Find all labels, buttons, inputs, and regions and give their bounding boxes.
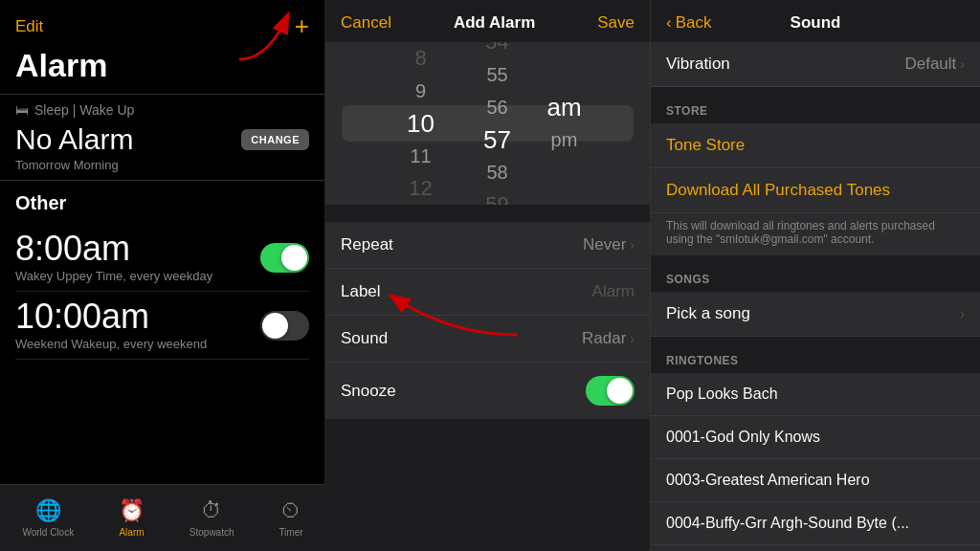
alarm-icon: ⏰ bbox=[119, 498, 145, 523]
songs-section-header: SONGS bbox=[651, 255, 980, 292]
hour-12[interactable]: 12 bbox=[383, 173, 459, 204]
ringtone-buffy[interactable]: 0004-Buffy-Grr Argh-Sound Byte (... bbox=[651, 502, 980, 545]
sound-value: Radar › bbox=[582, 329, 635, 348]
add-alarm-nav: Cancel Add Alarm Save bbox=[325, 0, 650, 42]
min-58[interactable]: 58 bbox=[459, 157, 536, 187]
tab-stopwatch-label: Stopwatch bbox=[189, 527, 234, 538]
hour-10[interactable]: 10 bbox=[383, 108, 459, 139]
download-all-link[interactable]: Download All Purchased Tones bbox=[651, 168, 980, 213]
bed-icon: 🛏 bbox=[15, 102, 29, 118]
no-alarm-text: No Alarm bbox=[15, 123, 133, 156]
min-55[interactable]: 55 bbox=[459, 59, 536, 90]
sound-panel: ‹ Back Sound Vibration Default › STORE T… bbox=[651, 0, 980, 551]
ringtone-better-than-neil[interactable]: 0006-Better (Than Neil) bbox=[651, 545, 980, 551]
alarm-toggle-1[interactable] bbox=[260, 243, 309, 273]
pick-song-label: Pick a song bbox=[666, 304, 750, 323]
sleep-label: 🛏 Sleep | Wake Up bbox=[15, 102, 309, 118]
min-59[interactable]: 59 bbox=[459, 189, 536, 205]
hours-picker[interactable]: 8 9 10 11 12 bbox=[383, 43, 459, 204]
ringtones-section-header: RINGTONES bbox=[651, 337, 980, 373]
repeat-option[interactable]: Repeat Never › bbox=[325, 222, 650, 269]
vibration-row[interactable]: Vibration Default › bbox=[651, 42, 980, 87]
stopwatch-icon: ⏱ bbox=[201, 498, 222, 523]
hour-8[interactable]: 8 bbox=[383, 43, 459, 74]
hour-11[interactable]: 11 bbox=[383, 141, 459, 171]
min-54[interactable]: 54 bbox=[459, 42, 536, 57]
page-title: Alarm bbox=[0, 45, 324, 94]
snooze-option[interactable]: Snooze bbox=[325, 363, 650, 419]
sound-chevron-icon: › bbox=[630, 331, 635, 346]
pick-song-chevron: › bbox=[960, 306, 965, 321]
tomorrow-morning: Tomorrow Morning bbox=[15, 158, 309, 172]
repeat-value: Never › bbox=[583, 235, 635, 254]
chevron-left-icon: ‹ bbox=[666, 13, 672, 33]
vibration-value: Default › bbox=[904, 55, 965, 74]
snooze-toggle[interactable] bbox=[586, 376, 635, 406]
save-button[interactable]: Save bbox=[597, 13, 635, 33]
pick-song-row[interactable]: Pick a song › bbox=[651, 292, 980, 337]
back-button[interactable]: ‹ Back bbox=[666, 13, 711, 33]
tab-bar: 🌐 World Clock ⏰ Alarm ⏱ Stopwatch ⏲ Time… bbox=[0, 484, 325, 551]
options-list: Repeat Never › Label Alarm Sound Radar ›… bbox=[325, 214, 650, 551]
ringtone-god-only-knows[interactable]: 0001-God Only Knows bbox=[651, 416, 980, 459]
sound-title: Sound bbox=[791, 13, 841, 33]
add-alarm-button[interactable]: + bbox=[295, 11, 309, 41]
toggle-thumb-1 bbox=[281, 245, 307, 271]
other-section: Other 8:00am Wakey Uppey Time, every wee… bbox=[0, 181, 324, 360]
tab-timer[interactable]: ⏲ Timer bbox=[278, 498, 302, 538]
other-label: Other bbox=[15, 192, 309, 214]
vibration-chevron-icon: › bbox=[960, 56, 965, 72]
store-section: STORE Tone Store Download All Purchased … bbox=[651, 87, 980, 255]
ringtones-section: RINGTONES Pop Looks Bach 0001-God Only K… bbox=[651, 337, 980, 551]
tab-alarm-label: Alarm bbox=[119, 527, 144, 538]
tab-alarm[interactable]: ⏰ Alarm bbox=[119, 498, 145, 538]
world-clock-icon: 🌐 bbox=[35, 498, 61, 523]
label-option[interactable]: Label Alarm bbox=[325, 269, 650, 316]
tab-timer-label: Timer bbox=[278, 527, 302, 538]
sound-label: Sound bbox=[341, 329, 388, 348]
pick-song-chevron-icon: › bbox=[960, 306, 965, 321]
minutes-picker[interactable]: 54 55 56 57 58 59 bbox=[459, 42, 536, 205]
chevron-icon: › bbox=[630, 237, 635, 253]
ringtone-greatest-american-hero[interactable]: 0003-Greatest American Hero bbox=[651, 459, 980, 502]
no-alarm-row: No Alarm CHANGE bbox=[15, 123, 309, 156]
timer-icon: ⏲ bbox=[280, 498, 301, 523]
label-label: Label bbox=[341, 282, 381, 301]
time-picker[interactable]: 8 9 10 11 12 54 55 56 57 58 59 am pm bbox=[325, 42, 650, 205]
alarm-panel: Edit + Alarm 🛏 Sleep | Wake Up No Alarm … bbox=[0, 0, 325, 551]
ringtone-pop-looks-bach[interactable]: Pop Looks Bach bbox=[651, 373, 980, 416]
store-section-header: STORE bbox=[651, 87, 980, 123]
period-am[interactable]: am bbox=[536, 92, 593, 122]
change-button[interactable]: CHANGE bbox=[241, 129, 309, 150]
sound-nav: ‹ Back Sound bbox=[651, 0, 980, 42]
back-label[interactable]: Back bbox=[676, 13, 712, 33]
alarm-time-1: 8:00am bbox=[15, 231, 260, 266]
cancel-button[interactable]: Cancel bbox=[341, 13, 391, 33]
snooze-toggle-thumb bbox=[607, 378, 633, 404]
edit-button[interactable]: Edit bbox=[15, 17, 43, 36]
sleep-section: 🛏 Sleep | Wake Up No Alarm CHANGE Tomorr… bbox=[0, 94, 324, 181]
alarm-time-2: 10:00am bbox=[15, 299, 260, 334]
alarm-item-1[interactable]: 8:00am Wakey Uppey Time, every weekday bbox=[15, 224, 309, 292]
songs-section: SONGS Pick a song › bbox=[651, 255, 980, 337]
period-pm[interactable]: pm bbox=[536, 124, 593, 155]
tab-world-clock[interactable]: 🌐 World Clock bbox=[22, 498, 74, 538]
repeat-label: Repeat bbox=[341, 235, 393, 254]
alarm-toggle-2[interactable] bbox=[260, 311, 309, 341]
alarm-desc-2: Weekend Wakeup, every weekend bbox=[15, 337, 260, 351]
hour-9[interactable]: 9 bbox=[383, 76, 459, 106]
label-value: Alarm bbox=[592, 282, 635, 301]
add-alarm-panel: Cancel Add Alarm Save 8 9 10 11 12 54 55… bbox=[325, 0, 651, 551]
tone-store-link[interactable]: Tone Store bbox=[651, 123, 980, 168]
alarm-desc-1: Wakey Uppey Time, every weekday bbox=[15, 269, 260, 283]
vibration-label: Vibration bbox=[666, 55, 730, 74]
tab-world-clock-label: World Clock bbox=[22, 527, 74, 538]
alarm-item-2[interactable]: 10:00am Weekend Wakeup, every weekend bbox=[15, 292, 309, 360]
min-56[interactable]: 56 bbox=[459, 92, 536, 122]
min-57[interactable]: 57 bbox=[459, 124, 536, 155]
tab-stopwatch[interactable]: ⏱ Stopwatch bbox=[189, 498, 234, 538]
ampm-picker[interactable]: am pm bbox=[536, 92, 593, 155]
toggle-thumb-2 bbox=[262, 313, 288, 339]
sound-option[interactable]: Sound Radar › bbox=[325, 316, 650, 363]
store-note: This will download all ringtones and ale… bbox=[651, 213, 980, 255]
